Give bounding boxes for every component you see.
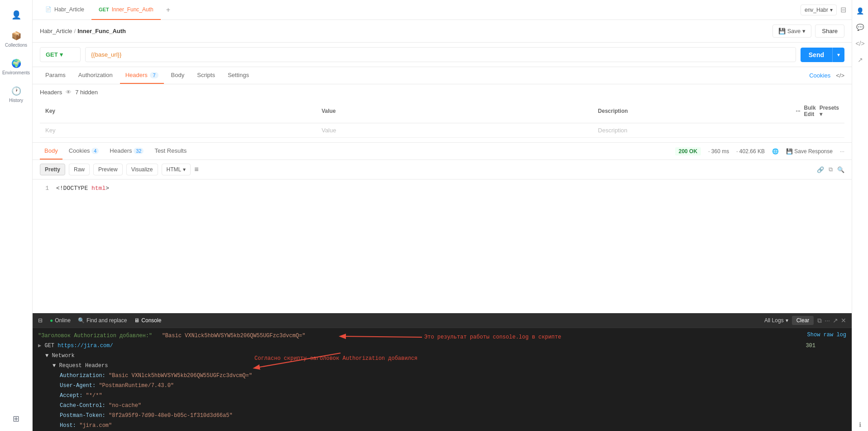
cookies-link[interactable]: Cookies xyxy=(809,72,830,79)
tab-authorization[interactable]: Authorization xyxy=(73,67,118,84)
tab-body[interactable]: Body xyxy=(166,67,190,84)
resp-tab-body[interactable]: Body xyxy=(40,143,62,160)
preview-button[interactable]: Preview xyxy=(93,164,123,175)
status-badge: 200 OK xyxy=(675,147,701,155)
code-icon[interactable]: </> xyxy=(836,72,844,79)
right-share-icon[interactable]: ↗ xyxy=(855,53,866,66)
method-select[interactable]: GET ▾ xyxy=(40,47,81,62)
copy-console-icon[interactable]: ⧉ xyxy=(817,317,822,324)
tab-habr-article[interactable]: 📄 Habr_Article xyxy=(38,0,91,20)
hidden-count: 7 hidden xyxy=(75,89,98,96)
resp-tab-test-results[interactable]: Test Results xyxy=(150,143,191,160)
presets-button[interactable]: Presets ▾ xyxy=(820,105,839,117)
breadcrumb: Habr_Article / Inner_Func_Auth xyxy=(40,28,126,34)
value-placeholder[interactable]: Value xyxy=(321,127,336,134)
add-tab-button[interactable]: + xyxy=(161,6,176,14)
search-icon[interactable]: 🔍 xyxy=(837,166,844,173)
request-tabs: Params Authorization Headers 7 Body Scri… xyxy=(33,67,852,84)
user-agent-line: User-Agent: "PostmanRuntime/7.43.0" xyxy=(60,382,846,390)
resp-headers-count-badge: 32 xyxy=(134,148,144,154)
sidebar-item-user[interactable]: 👤 xyxy=(0,5,32,25)
tab-scripts[interactable]: Scripts xyxy=(192,67,221,84)
copy-icon[interactable]: ⧉ xyxy=(829,166,833,173)
format-selector[interactable]: HTML ▾ xyxy=(162,164,191,175)
tab-params[interactable]: Params xyxy=(40,67,71,84)
tab-inner-func-auth[interactable]: GET Inner_Func_Auth xyxy=(91,0,161,20)
tab-settings[interactable]: Settings xyxy=(222,67,254,84)
line-number: 1 xyxy=(40,185,49,192)
all-logs-chevron-icon: ▾ xyxy=(786,317,788,324)
right-info-icon[interactable]: ℹ xyxy=(856,418,864,431)
console-tab[interactable]: 🖥 Console xyxy=(134,317,161,324)
accept-line: Accept: "*/*" xyxy=(60,392,846,400)
right-person-icon[interactable]: 👤 xyxy=(854,5,867,17)
share-button[interactable]: Share xyxy=(815,24,844,38)
layout-toggle[interactable]: ⊟ xyxy=(38,317,43,324)
page-icon: 📄 xyxy=(45,6,52,12)
pretty-button[interactable]: Pretty xyxy=(40,164,65,175)
tab-headers[interactable]: Headers 7 xyxy=(120,67,164,84)
resp-tab-cookies[interactable]: Cookies 4 xyxy=(64,143,104,160)
layout-icon2: ⊟ xyxy=(38,317,43,324)
breadcrumb-parent: Habr_Article xyxy=(40,28,72,34)
resp-tab-headers[interactable]: Headers 32 xyxy=(105,143,148,160)
raw-button[interactable]: Raw xyxy=(69,164,90,175)
topbar-right: env_Habr ▾ ⊟ xyxy=(801,5,846,15)
collections-label: Collections xyxy=(5,43,27,48)
response-time: · 360 ms xyxy=(708,148,729,155)
save-button[interactable]: 💾 Save ▾ xyxy=(772,24,812,38)
breadcrumb-current: Inner_Func_Auth xyxy=(77,28,126,34)
env-selector[interactable]: env_Habr ▾ xyxy=(801,5,837,15)
bulk-edit-button[interactable]: Bulk Edit xyxy=(804,105,816,117)
code-content: <!DOCTYPE html> xyxy=(56,185,109,192)
sidebar-item-apps[interactable]: ⊞ xyxy=(0,408,32,431)
format-chevron-icon: ▾ xyxy=(183,166,186,173)
all-logs-selector[interactable]: All Logs ▾ xyxy=(764,317,788,324)
auth-header-line: Authorization: "Basic VXNlck5hbWVSYW5kb2… xyxy=(60,372,846,380)
layout-icon[interactable]: ⊟ xyxy=(840,5,846,14)
wrap-icon[interactable]: ≡ xyxy=(194,165,198,174)
find-replace-button[interactable]: 🔍 Find and replace xyxy=(78,317,127,324)
more-options-icon[interactable]: ··· xyxy=(840,148,844,155)
console-icons: ⧉ ··· ↗ ✕ xyxy=(817,317,846,324)
right-chat-icon[interactable]: 💬 xyxy=(854,21,867,34)
online-status[interactable]: ● Online xyxy=(50,317,71,324)
request-headers-tree: ▼ Request Headers xyxy=(53,362,846,370)
postman-token-line: Postman-Token: "8f2a95f9-7d90-48e0-b05c-… xyxy=(60,412,846,420)
method-label: GET xyxy=(46,51,58,58)
url-input[interactable] xyxy=(85,47,796,62)
history-icon: 🕐 xyxy=(11,86,21,96)
clear-button[interactable]: Clear xyxy=(792,316,814,325)
sidebar-item-history[interactable]: 🕐 History xyxy=(0,81,32,108)
desc-placeholder[interactable]: Description xyxy=(598,127,628,134)
key-placeholder[interactable]: Key xyxy=(45,127,55,134)
close-icon[interactable]: ✕ xyxy=(841,317,846,324)
save-icon: 💾 xyxy=(778,28,786,34)
col-value-header: Value xyxy=(316,99,592,123)
maximize-icon[interactable]: ↗ xyxy=(833,317,838,324)
console-log-text: "Заголовок Authorization добавлен:" xyxy=(38,333,162,339)
link-icon[interactable]: 🔗 xyxy=(817,166,824,173)
visualize-button[interactable]: Visualize xyxy=(126,164,158,175)
console-toolbar: ⊟ ● Online 🔍 Find and replace 🖥 Console … xyxy=(33,313,852,328)
collections-icon: 📦 xyxy=(11,31,21,41)
network-tree: ▼ Network xyxy=(45,352,846,360)
chevron-down-icon: ▾ xyxy=(830,7,833,13)
sidebar-item-environments[interactable]: 🌍 Environments xyxy=(0,53,32,81)
sidebar-item-collections[interactable]: 📦 Collections xyxy=(0,25,32,53)
triangle-icon: ▶ xyxy=(38,343,44,349)
response-toolbar: Pretty Raw Preview Visualize HTML ▾ ≡ 🔗 … xyxy=(33,160,852,179)
tab-inner-label: Inner_Func_Auth xyxy=(112,6,153,13)
host-line: Host: "jira.com" xyxy=(60,421,846,430)
send-dropdown-button[interactable]: ▾ xyxy=(832,48,844,62)
three-dots-icon: ··· xyxy=(796,108,801,114)
right-code-icon[interactable]: </> xyxy=(853,37,867,50)
more-console-icon[interactable]: ··· xyxy=(825,317,830,324)
save-response-button[interactable]: 💾 Save Response xyxy=(786,148,833,155)
send-button[interactable]: Send xyxy=(801,48,832,62)
environments-label: Environments xyxy=(2,70,30,75)
presets-chevron-icon: ▾ xyxy=(820,111,822,117)
console-log-line: "Заголовок Authorization добавлен:" "Bas… xyxy=(38,332,846,340)
show-raw-log-button[interactable]: Show raw log xyxy=(807,332,846,338)
environments-icon: 🌍 xyxy=(11,58,21,68)
